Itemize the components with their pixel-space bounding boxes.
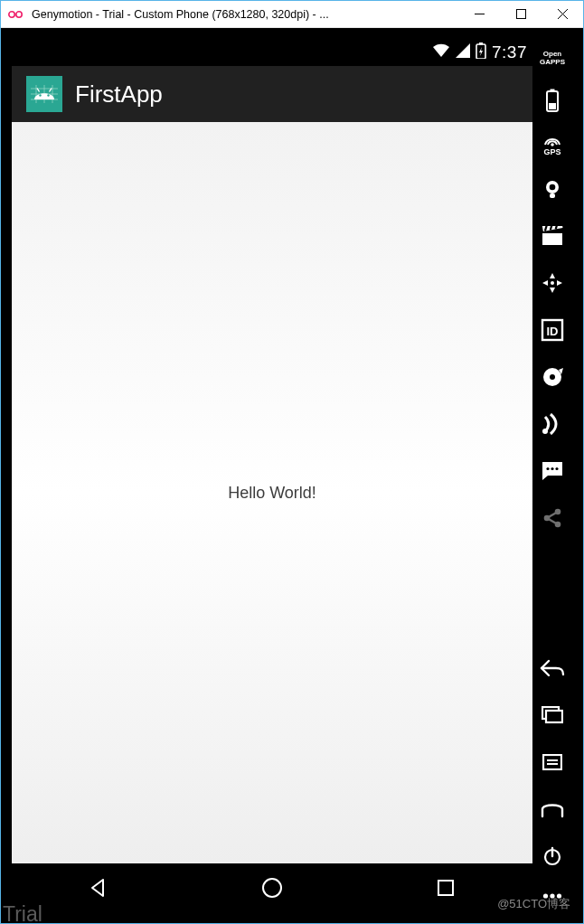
svg-point-39 <box>551 467 553 470</box>
hw-home-button[interactable] <box>532 786 572 833</box>
action-bar: FirstApp <box>12 66 532 122</box>
close-button[interactable] <box>542 1 583 28</box>
clapboard-tool-button[interactable] <box>532 212 572 259</box>
svg-point-0 <box>9 11 14 16</box>
open-gapps-label-2: GAPPS <box>540 58 565 66</box>
svg-point-23 <box>551 143 554 146</box>
app-content: Hello World! <box>12 122 532 863</box>
android-nav-bar <box>12 863 532 912</box>
wifi-icon <box>432 43 450 61</box>
battery-charging-icon <box>476 42 486 62</box>
svg-line-45 <box>550 520 556 523</box>
gps-label: GPS <box>543 147 560 156</box>
windows-titlebar: Genymotion - Trial - Custom Phone (768x1… <box>1 1 583 28</box>
svg-rect-7 <box>479 42 483 45</box>
maximize-button[interactable] <box>500 1 542 28</box>
hw-back-button[interactable] <box>532 645 572 692</box>
svg-rect-27 <box>542 233 562 245</box>
gps-tool-button[interactable]: GPS <box>532 124 572 165</box>
open-gapps-button[interactable]: Open GAPPS <box>532 39 572 77</box>
svg-point-37 <box>542 429 548 434</box>
hw-recent-button[interactable] <box>532 692 572 739</box>
svg-text:ID: ID <box>547 325 559 338</box>
svg-rect-19 <box>438 881 453 895</box>
sms-tool-button[interactable] <box>532 448 572 495</box>
hello-world-label: Hello World! <box>228 484 316 503</box>
svg-rect-22 <box>549 103 556 109</box>
svg-point-25 <box>550 184 556 191</box>
svg-point-14 <box>39 94 41 96</box>
svg-rect-3 <box>516 10 525 19</box>
battery-tool-button[interactable] <box>532 77 572 124</box>
svg-point-38 <box>546 467 549 470</box>
svg-rect-26 <box>550 193 555 198</box>
nav-home-button[interactable] <box>245 870 299 906</box>
svg-point-32 <box>551 281 554 285</box>
hw-power-button[interactable] <box>532 833 572 880</box>
cto-watermark: @51CTO博客 <box>497 896 570 912</box>
svg-rect-48 <box>543 755 561 769</box>
trial-watermark: Trial <box>3 902 42 924</box>
dpad-tool-button[interactable] <box>532 259 572 306</box>
app-launcher-icon <box>26 76 62 112</box>
svg-point-40 <box>555 467 558 470</box>
svg-rect-47 <box>546 711 562 722</box>
android-status-bar: 7:37 <box>12 39 532 66</box>
svg-point-1 <box>16 11 22 16</box>
minimize-button[interactable] <box>458 1 500 28</box>
hw-menu-button[interactable] <box>532 739 572 786</box>
emulator-frame: 7:37 <box>1 28 583 923</box>
identifier-tool-button[interactable]: ID <box>532 306 572 354</box>
phone-screen: 7:37 <box>12 39 532 912</box>
svg-line-44 <box>550 514 556 517</box>
svg-point-15 <box>47 94 49 96</box>
network-tool-button[interactable] <box>532 401 572 448</box>
genymotion-logo-icon <box>6 1 26 28</box>
svg-point-18 <box>263 879 281 897</box>
nav-back-button[interactable] <box>71 870 126 906</box>
emulator-side-toolbar: Open GAPPS GPS <box>532 39 572 912</box>
action-bar-title: FirstApp <box>75 80 163 108</box>
open-gapps-label-1: Open <box>540 50 565 58</box>
svg-point-36 <box>550 374 555 380</box>
share-tool-button[interactable] <box>532 495 572 542</box>
camera-tool-button[interactable] <box>532 165 572 212</box>
status-clock: 7:37 <box>492 42 527 62</box>
nav-recent-button[interactable] <box>419 870 473 906</box>
disk-tool-button[interactable] <box>532 354 572 401</box>
window-title: Genymotion - Trial - Custom Phone (768x1… <box>32 8 329 21</box>
signal-icon <box>456 43 470 61</box>
svg-rect-21 <box>551 90 555 92</box>
